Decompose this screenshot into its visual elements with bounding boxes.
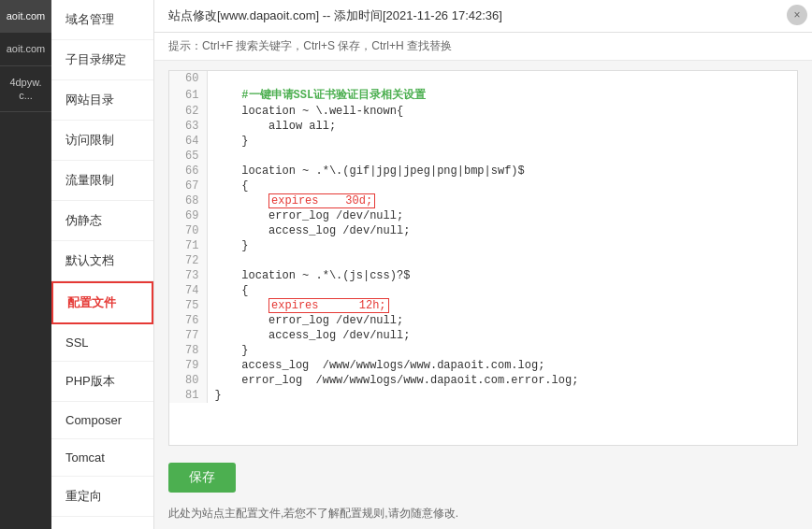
table-row: 60 — [169, 71, 797, 86]
line-number: 77 — [169, 328, 207, 343]
nav-pseudo-static[interactable]: 伪静态 — [51, 201, 153, 241]
tips-text: 提示：Ctrl+F 搜索关键字，Ctrl+S 保存，Ctrl+H 查找替换 — [168, 39, 452, 52]
line-number: 78 — [169, 343, 207, 358]
highlighted-code: expires 12h; — [268, 298, 388, 313]
domain-label-2: aoit.com — [7, 43, 46, 54]
nav-composer[interactable]: Composer — [51, 402, 153, 439]
domain-sidebar: aoit.com aoit.com 4dpyw.c... — [0, 0, 51, 529]
nav-ssl[interactable]: SSL — [51, 324, 153, 362]
tips-bar: 提示：Ctrl+F 搜索关键字，Ctrl+S 保存，Ctrl+H 查找替换 — [154, 33, 812, 61]
line-number: 66 — [169, 164, 207, 179]
nav-access-limit[interactable]: 访问限制 — [51, 121, 153, 161]
line-code — [207, 71, 797, 86]
line-number: 80 — [169, 373, 207, 388]
line-number: 61 — [169, 86, 207, 104]
table-row: 74 { — [169, 283, 797, 298]
table-row: 68 expires 30d; — [169, 193, 797, 208]
line-number: 67 — [169, 179, 207, 193]
action-bar: 保存 — [154, 455, 812, 500]
footer-note: 此处为站点主配置文件,若您不了解配置规则,请勿随意修改. — [154, 500, 812, 529]
line-code: location ~ \.well-known{ — [207, 104, 797, 119]
table-row: 62 location ~ \.well-known{ — [169, 104, 797, 119]
table-row: 79 access_log /www/wwwlogs/www.dapaoit.c… — [169, 358, 797, 373]
line-code — [207, 253, 797, 268]
line-code: } — [207, 238, 797, 253]
line-code: expires 12h; — [207, 298, 797, 313]
line-code: { — [207, 179, 797, 193]
line-number: 73 — [169, 268, 207, 283]
line-number: 79 — [169, 358, 207, 373]
nav-config-file[interactable]: 配置文件 — [51, 281, 153, 324]
line-code: error_log /dev/null; — [207, 313, 797, 328]
domain-label-3: 4dpyw.c... — [9, 77, 41, 101]
domain-item-3[interactable]: 4dpyw.c... — [0, 66, 51, 113]
table-row: 67 { — [169, 179, 797, 193]
line-code — [207, 149, 797, 164]
nav-redirect[interactable]: 重定向 — [51, 477, 153, 517]
page-title: 站点修改[www.dapaoit.com] -- 添加时间[2021-11-26… — [168, 7, 502, 24]
table-row: 65 — [169, 149, 797, 164]
line-number: 76 — [169, 313, 207, 328]
table-row: 76 error_log /dev/null; — [169, 313, 797, 328]
nav-php-version[interactable]: PHP版本 — [51, 362, 153, 402]
line-code: } — [207, 134, 797, 149]
table-row: 71 } — [169, 238, 797, 253]
footer-text: 此处为站点主配置文件,若您不了解配置规则,请勿随意修改. — [168, 507, 458, 520]
line-number: 71 — [169, 238, 207, 253]
line-code: { — [207, 283, 797, 298]
line-code: access_log /www/wwwlogs/www.dapaoit.com.… — [207, 358, 797, 373]
header-bar: 站点修改[www.dapaoit.com] -- 添加时间[2021-11-26… — [154, 0, 812, 33]
line-code: } — [207, 388, 797, 403]
table-row: 78 } — [169, 343, 797, 358]
line-number: 81 — [169, 388, 207, 403]
line-code: error_log /dev/null; — [207, 208, 797, 223]
table-row: 73 location ~ .*\.(js|css)?$ — [169, 268, 797, 283]
table-row: 77 access_log /dev/null; — [169, 328, 797, 343]
table-row: 66 location ~ .*\.(gif|jpg|jpeg|png|bmp|… — [169, 164, 797, 179]
line-number: 65 — [169, 149, 207, 164]
line-number: 74 — [169, 283, 207, 298]
close-icon: × — [793, 8, 800, 21]
nav-traffic-limit[interactable]: 流量限制 — [51, 161, 153, 201]
table-row: 75 expires 12h; — [169, 298, 797, 313]
nav-subdir-bind[interactable]: 子目录绑定 — [51, 40, 153, 80]
table-row: 63 allow all; — [169, 119, 797, 134]
main-container: 域名管理 子目录绑定 网站目录 访问限制 流量限制 伪静态 默认文档 配置文件 — [51, 0, 812, 529]
domain-item-2[interactable]: aoit.com — [0, 33, 51, 65]
line-number: 72 — [169, 253, 207, 268]
line-number: 70 — [169, 223, 207, 238]
line-code: error_log /www/wwwlogs/www.dapaoit.com.e… — [207, 373, 797, 388]
line-number: 68 — [169, 193, 207, 208]
nav-domain-management[interactable]: 域名管理 — [51, 0, 153, 40]
line-code: expires 30d; — [207, 193, 797, 208]
line-code: access_log /dev/null; — [207, 223, 797, 238]
line-number: 69 — [169, 208, 207, 223]
table-row: 61 #一键申请SSL证书验证目录相关设置 — [169, 86, 797, 104]
code-table: 6061 #一键申请SSL证书验证目录相关设置62 location ~ \.w… — [169, 71, 797, 403]
nav-default-doc[interactable]: 默认文档 — [51, 241, 153, 281]
domain-label-1: aoit.com — [7, 10, 46, 21]
line-code: #一键申请SSL证书验证目录相关设置 — [207, 86, 797, 104]
close-button[interactable]: × — [787, 5, 807, 25]
table-row: 80 error_log /www/wwwlogs/www.dapaoit.co… — [169, 373, 797, 388]
table-row: 70 access_log /dev/null; — [169, 223, 797, 238]
line-code: access_log /dev/null; — [207, 328, 797, 343]
content-area: 站点修改[www.dapaoit.com] -- 添加时间[2021-11-26… — [154, 0, 812, 529]
save-button[interactable]: 保存 — [168, 463, 236, 493]
nav-website-dir[interactable]: 网站目录 — [51, 80, 153, 121]
line-code: location ~ .*\.(gif|jpg|jpeg|png|bmp|swf… — [207, 164, 797, 179]
line-code: location ~ .*\.(js|css)?$ — [207, 268, 797, 283]
editor-container: 6061 #一键申请SSL证书验证目录相关设置62 location ~ \.w… — [154, 61, 812, 455]
domain-item-1[interactable]: aoit.com — [0, 0, 51, 33]
code-editor[interactable]: 6061 #一键申请SSL证书验证目录相关设置62 location ~ \.w… — [168, 70, 798, 446]
table-row: 72 — [169, 253, 797, 268]
line-number: 63 — [169, 119, 207, 134]
table-row: 81} — [169, 388, 797, 403]
line-number: 64 — [169, 134, 207, 149]
nav-tomcat[interactable]: Tomcat — [51, 439, 153, 477]
table-row: 64 } — [169, 134, 797, 149]
line-code: } — [207, 343, 797, 358]
table-row: 69 error_log /dev/null; — [169, 208, 797, 223]
nav-sidebar: 域名管理 子目录绑定 网站目录 访问限制 流量限制 伪静态 默认文档 配置文件 — [51, 0, 154, 529]
line-number: 60 — [169, 71, 207, 86]
